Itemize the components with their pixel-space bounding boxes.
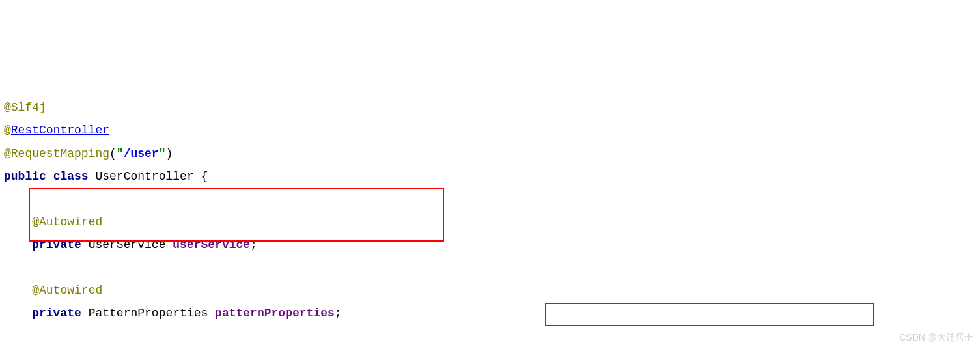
keyword-private: private <box>32 307 81 320</box>
class-name: UserController <box>95 170 193 183</box>
annotation-autowired: @Autowired <box>32 284 102 297</box>
mapping-path-link[interactable]: /user <box>124 147 159 160</box>
semicolon: ; <box>335 307 342 320</box>
annotation-slf4j: @Slf4j <box>4 101 46 114</box>
field-patternproperties: patternProperties <box>215 307 335 320</box>
annotation-requestmapping: @RequestMapping <box>4 147 109 160</box>
string-quote: " <box>117 147 124 160</box>
code-editor[interactable]: @Slf4j @RestController @RequestMapping("… <box>4 96 980 349</box>
watermark: CSDN @大迁居士 <box>899 329 973 346</box>
keyword-class: class <box>53 170 89 183</box>
keyword-private: private <box>32 238 81 251</box>
keyword-public: public <box>4 170 46 183</box>
annotation-restcontroller-link[interactable]: RestController <box>11 124 109 137</box>
annotation-at: @ <box>4 124 11 137</box>
type-patternproperties: PatternProperties <box>89 307 208 320</box>
string-quote: " <box>159 147 166 160</box>
paren: ) <box>165 147 173 160</box>
paren: ( <box>109 147 117 160</box>
field-userservice: userService <box>173 238 250 251</box>
type-userservice: UserService <box>89 238 166 251</box>
brace: { <box>201 170 208 183</box>
semicolon: ; <box>250 238 257 251</box>
annotation-autowired: @Autowired <box>32 216 102 229</box>
